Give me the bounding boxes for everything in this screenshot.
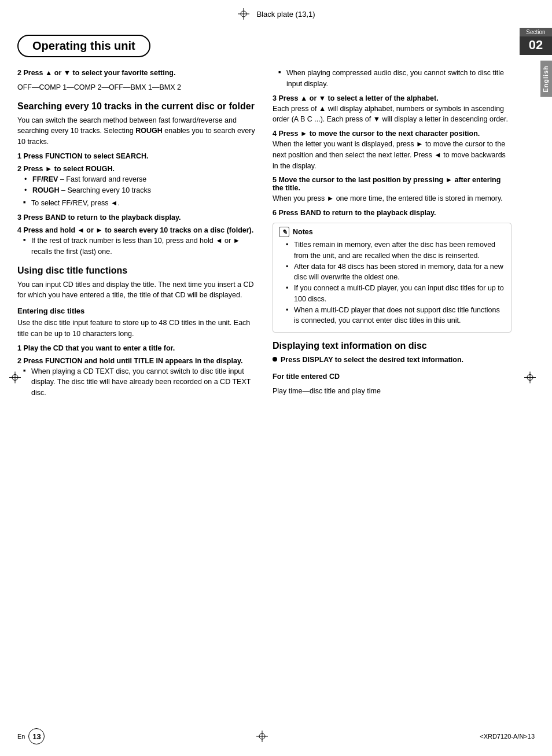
entering-titles-heading: Entering disc titles: [17, 307, 256, 315]
right-step5: 5 Move the cursor to the last position b…: [273, 176, 511, 192]
left-column: 2 Press ▲ or ▼ to select your favorite s…: [17, 68, 256, 401]
header: Black plate (13,1): [0, 0, 552, 24]
note-4: When a multi-CD player that does not sup…: [286, 305, 505, 327]
step2-sq: To select FF/REV, press ◄.: [17, 198, 256, 209]
step4-sq: If the rest of track number is less than…: [17, 235, 256, 257]
right-step5-text: When you press ► one more time, the ente…: [273, 193, 511, 204]
right-step6: 6 Press BAND to return to the playback d…: [273, 209, 511, 217]
right-step4: 4 Press ► to move the cursor to the next…: [273, 130, 511, 138]
bullet-ffrev: FF/REV – Fast forward and reverse: [24, 174, 256, 185]
entering-titles-intro: Use the disc title input feature to stor…: [17, 318, 256, 340]
sq-step4: If the rest of track number is less than…: [23, 235, 256, 257]
section-number: 02: [520, 36, 552, 55]
right-step4-text: When the letter you want is displayed, p…: [273, 139, 511, 171]
sq-compressed: When playing compressed audio disc, you …: [278, 68, 511, 90]
english-sidebar: English: [540, 61, 552, 97]
sq-ffrev: To select FF/REV, press ◄.: [23, 198, 256, 209]
play-time-text: Play time—disc title and play time: [273, 386, 511, 397]
step1: 1 Press FUNCTION to select SEARCH.: [17, 152, 256, 160]
footer: En 13 <XRD7120-A/N>13: [0, 728, 552, 744]
notes-label: Notes: [293, 228, 313, 236]
searching-section: Searching every 10 tracks in the current…: [17, 101, 256, 257]
right-step3: 3 Press ▲ or ▼ to select a letter of the…: [273, 94, 511, 102]
step1-play: 1 Play the CD that you want to enter a t…: [17, 344, 256, 352]
bullet-rough: ROUGH – Searching every 10 tracks: [24, 185, 256, 196]
header-title: Black plate (13,1): [256, 10, 315, 19]
step2-intro: 2 Press ▲ or ▼ to select your favorite s…: [17, 68, 256, 93]
disc-title-intro: You can input CD titles and display the …: [17, 279, 256, 301]
sq-bullet-top: When playing compressed audio disc, you …: [273, 68, 511, 90]
crosshair-right: [523, 370, 537, 386]
crosshair-bottom: [255, 729, 269, 743]
notes-bullets: Titles remain in memory, even after the …: [279, 239, 505, 326]
section-badge: Section 02: [520, 28, 552, 55]
searching-intro: You can switch the search method between…: [17, 115, 256, 147]
footer-code: <XRD7120-A/N>13: [480, 733, 535, 740]
searching-heading: Searching every 10 tracks in the current…: [17, 101, 256, 112]
step2: 2 Press ► to select ROUGH.: [17, 165, 256, 173]
right-column: When playing compressed audio disc, you …: [273, 68, 511, 401]
step2-options: OFF—COMP 1—COMP 2—OFF—BMX 1—BMX 2: [17, 82, 256, 93]
notes-header: ✎ Notes: [279, 227, 505, 237]
circle-dot: [273, 357, 277, 362]
note-1: Titles remain in memory, even after the …: [286, 239, 505, 261]
display-text-heading: Displaying text information on disc: [273, 341, 511, 351]
two-col-layout: 2 Press ▲ or ▼ to select your favorite s…: [17, 68, 511, 401]
note-3: If you connect a multi-CD player, you ca…: [286, 283, 505, 305]
circle-bullet-display: Press DISPLAY to select the desired text…: [273, 355, 511, 369]
right-step3-text: Each press of ▲ will display alphabet, n…: [273, 104, 511, 126]
notes-icon: ✎: [279, 227, 289, 237]
note-2: After data for 48 discs has been stored …: [286, 261, 505, 283]
main-content: Operating this unit 2 Press ▲ or ▼ to se…: [17, 24, 511, 401]
footer-en-label: En: [17, 733, 25, 740]
disc-title-section: Using disc title functions You can input…: [17, 265, 256, 399]
step2-bullets: FF/REV – Fast forward and reverse ROUGH …: [17, 174, 256, 196]
notes-box: ✎ Notes Titles remain in memory, even af…: [273, 223, 511, 333]
step4-search: 4 Press and hold ◄ or ► to search every …: [17, 226, 256, 234]
for-title-cd: For title entered CD: [273, 371, 511, 382]
crosshair-left: [8, 370, 22, 386]
crosshair-top: [237, 7, 251, 21]
unit-title-box: Operating this unit: [17, 35, 150, 57]
display-bold: Press DISPLAY to select the desired text…: [281, 356, 463, 364]
sq-cdtext: When playing a CD TEXT disc, you cannot …: [23, 366, 256, 399]
step2-sq-function: When playing a CD TEXT disc, you cannot …: [17, 366, 256, 399]
unit-title: Operating this unit: [32, 39, 135, 52]
section-label: Section: [520, 28, 552, 36]
step3-playback: 3 Press BAND to return to the playback d…: [17, 213, 256, 222]
display-text-section: Displaying text information on disc Pres…: [273, 341, 511, 396]
step2-function: 2 Press FUNCTION and hold until TITLE IN…: [17, 357, 256, 365]
footer-page-number: 13: [28, 728, 45, 744]
step2-heading: 2 Press ▲ or ▼ to select your favorite s…: [17, 69, 175, 77]
disc-title-heading: Using disc title functions: [17, 265, 256, 276]
circle-bullet-text: Press DISPLAY to select the desired text…: [281, 355, 463, 366]
